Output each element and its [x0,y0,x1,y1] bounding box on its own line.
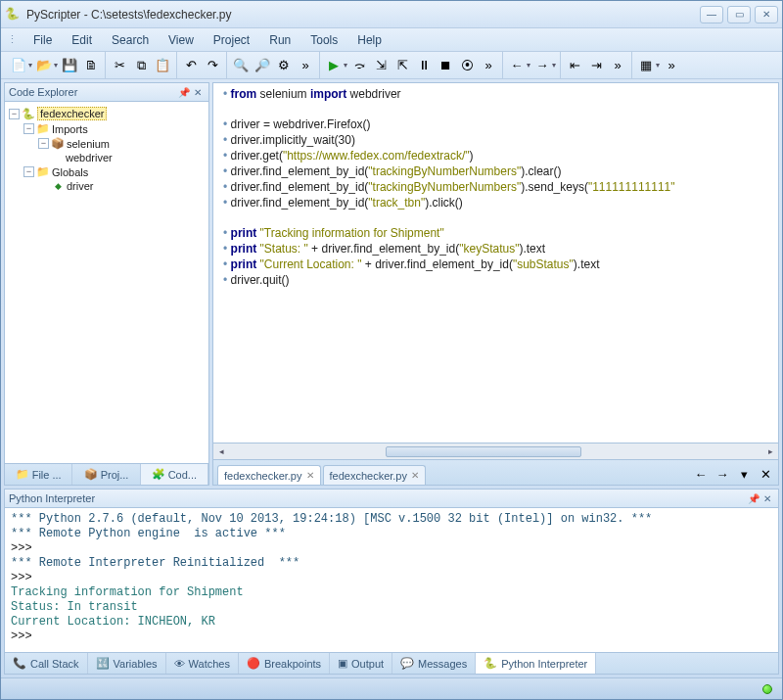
tab-watches[interactable]: 👁Watches [166,653,239,674]
code-line[interactable]: • driver.quit() [223,273,772,289]
code-line[interactable]: • driver.find_element_by_id("trackingByN… [223,164,772,180]
menu-edit[interactable]: Edit [64,30,100,50]
prev-tab-button[interactable]: ← [692,465,710,483]
menubar-grip[interactable]: ⋮ [7,33,18,46]
code-line[interactable]: • driver.find_element_by_id("track_tbn")… [223,196,772,211]
step-into-button[interactable]: ⇲ [371,56,391,75]
close-panel-button[interactable]: ✕ [191,87,205,98]
tab-breakpoints[interactable]: 🔴Breakpoints [239,653,330,674]
tab-python-interpreter[interactable]: 🐍Python Interpreter [476,653,596,674]
run-dropdown[interactable]: ▾ [344,61,347,70]
menu-file[interactable]: File [25,30,60,50]
status-led [762,684,772,694]
tab-project-explorer[interactable]: 📦Proj... [72,464,140,485]
tab-messages[interactable]: 💬Messages [392,653,476,674]
menu-view[interactable]: View [161,30,202,50]
horizontal-scrollbar[interactable]: ◂ ▸ [212,443,779,460]
nav-back-dd[interactable]: ▾ [527,61,530,70]
run-button[interactable]: ▶ [324,56,344,75]
close-tab-button[interactable]: ✕ [306,470,314,481]
tree-globals[interactable]: − 📁 Globals [9,164,205,179]
code-line[interactable]: • print "Status: " + driver.find_element… [223,242,772,257]
editor-tab[interactable]: fedexchecker.py ✕ [323,465,427,485]
new-file-dropdown[interactable]: ▾ [28,61,32,70]
menu-help[interactable]: Help [349,30,390,50]
paste-button[interactable]: 📋 [153,56,172,75]
menu-tools[interactable]: Tools [302,30,345,50]
new-file-button[interactable]: 📄 [9,56,28,75]
tree-import-webdriver[interactable]: webdriver [9,151,205,164]
tab-list-button[interactable]: ▾ [735,465,753,483]
layout-button[interactable]: ▦ [636,56,656,75]
folder-icon: 📁 [36,165,50,178]
save-all-button[interactable]: 🗎 [81,56,101,75]
editor-tab[interactable]: fedexchecker.py ✕ [217,465,321,485]
scroll-right-button[interactable]: ▸ [762,444,778,459]
tree-global-driver[interactable]: ◆ driver [9,179,205,193]
tree-import-selenium[interactable]: − 📦 selenium [9,136,205,151]
code-line[interactable]: • driver.get("https://www.fedex.com/fede… [223,149,772,164]
menu-run[interactable]: Run [261,30,299,50]
next-tab-button[interactable]: → [714,465,731,483]
toolbar-overflow-3[interactable]: » [608,56,627,75]
collapse-icon[interactable]: − [9,109,20,119]
redo-button[interactable]: ↷ [203,56,222,75]
code-line[interactable]: • driver.find_element_by_id("trackingByN… [223,180,772,196]
save-button[interactable]: 💾 [60,56,79,75]
maximize-button[interactable]: ▭ [727,6,751,23]
code-line[interactable]: • driver.implicitly_wait(30) [223,133,772,149]
tab-variables[interactable]: 🔣Variables [88,653,166,674]
toolbar-overflow-2[interactable]: » [479,56,498,75]
open-file-dropdown[interactable]: ▾ [54,61,58,70]
pin-button[interactable]: 📌 [177,87,191,98]
tab-call-stack[interactable]: 📞Call Stack [5,653,88,674]
collapse-icon[interactable]: − [23,166,34,177]
toolbar-overflow-1[interactable]: » [296,56,315,75]
toolbar-overflow-4[interactable]: » [662,56,681,75]
nav-fwd-button[interactable]: → [532,56,552,75]
layout-dd[interactable]: ▾ [656,61,660,70]
scrollbar-thumb[interactable] [386,446,581,457]
find-next-button[interactable]: 🔎 [253,56,272,75]
close-editor-button[interactable]: ✕ [757,465,774,483]
minimize-button[interactable]: — [700,6,723,23]
code-explorer-tree[interactable]: − 🐍 fedexchecker − 📁 Imports − 📦 seleniu… [4,102,209,464]
interpreter-output[interactable]: *** Python 2.7.6 (default, Nov 10 2013, … [4,508,779,653]
step-out-button[interactable]: ⇱ [392,56,412,75]
tab-code-explorer[interactable]: 🧩Cod... [141,464,208,485]
code-line[interactable]: • from selenium import webdriver [223,87,772,103]
undo-button[interactable]: ↶ [181,56,201,75]
close-window-button[interactable]: ✕ [755,6,778,23]
nav-back-button[interactable]: ← [507,56,527,75]
pin-button[interactable]: 📌 [747,493,760,504]
outdent-button[interactable]: ⇤ [565,56,584,75]
code-line[interactable]: • print "Current Location: " + driver.fi… [223,257,772,273]
close-tab-button[interactable]: ✕ [411,470,419,481]
stop-button[interactable]: ⏹ [436,56,455,75]
code-editor[interactable]: • from selenium import webdriver • drive… [212,82,779,443]
nav-fwd-dd[interactable]: ▾ [552,61,556,70]
collapse-icon[interactable]: − [23,123,34,134]
step-over-button[interactable]: ⤼ [349,56,369,75]
menu-search[interactable]: Search [104,30,157,50]
options-button[interactable]: ⚙ [274,56,294,75]
code-line[interactable] [223,103,772,117]
pause-button[interactable]: ⏸ [414,56,434,75]
tree-imports[interactable]: − 📁 Imports [9,121,205,136]
close-panel-button[interactable]: ✕ [760,493,774,504]
indent-button[interactable]: ⇥ [586,56,606,75]
tab-output[interactable]: ▣Output [330,653,392,674]
scroll-left-button[interactable]: ◂ [213,444,229,459]
collapse-icon[interactable]: − [38,138,49,149]
open-file-button[interactable]: 📂 [34,56,54,75]
breakpoint-button[interactable]: ⦿ [457,56,477,75]
tab-file-explorer[interactable]: 📁File ... [5,464,72,485]
code-line[interactable] [223,211,772,226]
copy-button[interactable]: ⧉ [131,56,151,75]
tree-root[interactable]: − 🐍 fedexchecker [9,106,205,121]
find-button[interactable]: 🔍 [231,56,251,75]
cut-button[interactable]: ✂ [110,56,129,75]
code-line[interactable]: • print "Tracking information for Shipme… [223,226,772,242]
code-line[interactable]: • driver = webdriver.Firefox() [223,117,772,133]
menu-project[interactable]: Project [206,30,257,50]
